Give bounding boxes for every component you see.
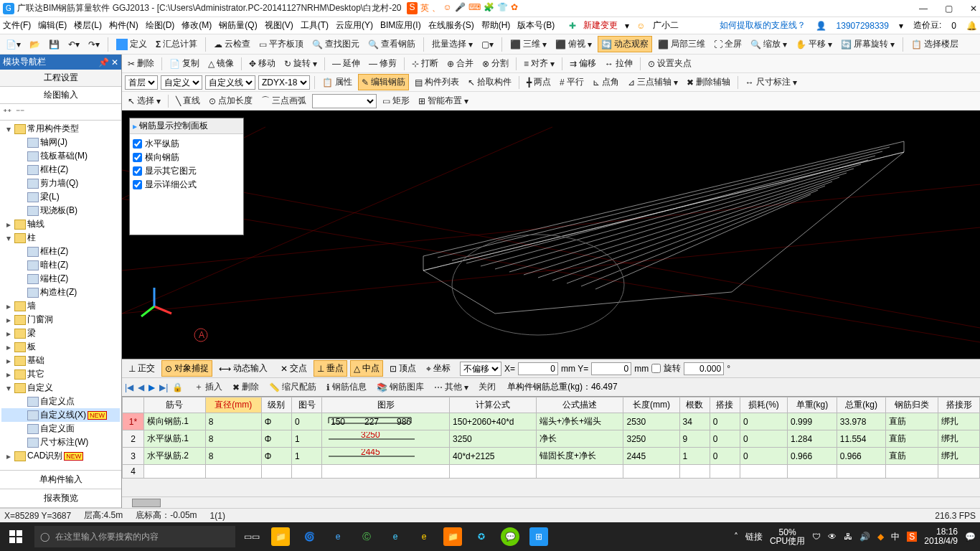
h-scrollbar[interactable]	[122, 496, 980, 508]
undo-button[interactable]: ↶▾	[65, 38, 83, 51]
merge-button[interactable]: ⊕合并	[444, 56, 476, 71]
extend-button[interactable]: —延伸	[329, 56, 363, 71]
trim-button[interactable]: —修剪	[366, 56, 400, 71]
sum-button[interactable]: Σ汇总计算	[153, 37, 200, 52]
ime-emoji[interactable]: ☺	[443, 2, 452, 14]
col-header[interactable]: 搭接形	[938, 397, 980, 413]
col-header[interactable]: 钢筋归类	[886, 397, 938, 413]
tree-node[interactable]: 框柱(Z)	[1, 245, 120, 258]
rotate-button[interactable]: ↻旋转▾	[281, 56, 320, 71]
tree-node[interactable]: 暗柱(Z)	[1, 258, 120, 272]
table-cell[interactable]: 34	[679, 413, 710, 430]
tray-ime[interactable]: S	[907, 532, 917, 542]
table-cell[interactable]	[788, 465, 837, 479]
table-cell[interactable]: 8	[205, 430, 261, 448]
minimize-button[interactable]: —	[919, 4, 928, 14]
new-change-button[interactable]: 新建变更	[583, 19, 618, 32]
table-cell[interactable]: 2530	[623, 413, 679, 430]
table-cell[interactable]	[679, 465, 710, 479]
table-cell[interactable]: 3250	[450, 430, 537, 448]
menu-file[interactable]: 文件(F)	[3, 19, 31, 32]
collapse-all-icon[interactable]: ⁻⁻	[16, 107, 24, 117]
tree-node[interactable]: ▾柱	[1, 231, 120, 245]
table-cell[interactable]: 1	[679, 448, 710, 465]
tree-node[interactable]: ▸基础	[1, 354, 120, 367]
menu-edit[interactable]: 编辑(E)	[38, 19, 67, 32]
table-cell[interactable]	[450, 465, 537, 479]
tree-node[interactable]: 轴网(J)	[1, 136, 120, 149]
app-ggj[interactable]: ⊞	[529, 527, 548, 546]
tree-node[interactable]: 筏板基础(M)	[1, 149, 120, 163]
table-cell[interactable]: 150227986	[322, 413, 450, 430]
break-button[interactable]: ⊹打断	[409, 56, 441, 71]
tree-node[interactable]: ▸CAD识别NEW	[1, 449, 120, 463]
smart-button[interactable]: ⊞智能布置▾	[415, 93, 471, 108]
menu-draw[interactable]: 绘图(D)	[146, 19, 175, 32]
ime-lang[interactable]: 英	[420, 2, 429, 14]
tab-draw-input[interactable]: 绘图输入	[0, 87, 121, 104]
redo-button[interactable]: ↷▾	[85, 38, 103, 51]
menu-modify[interactable]: 修改(M)	[182, 19, 212, 32]
table-cell[interactable]: 净长	[536, 430, 623, 448]
table-cell[interactable]: 0	[710, 430, 740, 448]
ime-more[interactable]: ✿	[511, 2, 518, 14]
tree-node[interactable]: ▸其它	[1, 367, 120, 381]
save-button[interactable]: 💾	[46, 38, 62, 51]
rb-other[interactable]: ⋯其他▾	[431, 380, 471, 395]
table-cell[interactable]: 绑扎	[938, 413, 980, 430]
tree-node[interactable]: 自定义点	[1, 395, 120, 408]
table-cell[interactable]: 0	[292, 413, 322, 430]
split-button[interactable]: ⊗分割	[479, 56, 512, 71]
table-cell[interactable]	[740, 465, 787, 479]
nav-first[interactable]: |◀	[125, 382, 133, 392]
copy-button[interactable]: 📄复制	[166, 56, 202, 71]
table-cell[interactable]: Φ	[261, 448, 291, 465]
row-header[interactable]: 2	[123, 430, 144, 448]
tray-up[interactable]: ˄	[734, 532, 738, 542]
batch-button[interactable]: 批量选择▾	[429, 37, 476, 52]
panel-close-icon[interactable]: ✕	[111, 57, 118, 67]
assistant-button[interactable]: 广小二	[653, 19, 679, 32]
app-folder[interactable]: 📁	[443, 527, 462, 546]
table-cell[interactable]	[886, 465, 938, 479]
rot-check[interactable]	[651, 364, 661, 373]
objsnap-toggle[interactable]: ⊙对象捕捉	[161, 360, 212, 377]
tray-eye[interactable]: 👁	[828, 532, 837, 542]
mirror-button[interactable]: △镜像	[205, 56, 237, 71]
dynamic-button[interactable]: 🔄动态观察	[598, 36, 652, 52]
menu-component[interactable]: 构件(N)	[109, 19, 138, 32]
flat-button[interactable]: ▭平齐板顶	[256, 37, 306, 52]
tab-project-settings[interactable]: 工程设置	[0, 70, 121, 87]
tree-node[interactable]: ▸墙	[1, 299, 120, 313]
tree-node[interactable]: 现浇板(B)	[1, 204, 120, 217]
table-cell[interactable]: 1	[292, 430, 322, 448]
snap-cross[interactable]: ✕交点	[277, 360, 311, 377]
table-cell[interactable]: 端头+净长+端头	[536, 413, 623, 430]
col-header[interactable]: 搭接	[710, 397, 740, 413]
table-cell[interactable]: 33.978	[837, 413, 886, 430]
table-cell[interactable]	[938, 465, 980, 479]
rebar-display-panel[interactable]: ▸ 钢筋显示控制面板 水平纵筋 横向钢筋 显示其它图元 显示详细公式	[129, 118, 244, 235]
table-cell[interactable]: 11.554	[837, 430, 886, 448]
tray-link[interactable]: 链接	[745, 531, 763, 543]
col-header[interactable]: 公式描述	[536, 397, 623, 413]
tree-node[interactable]: 端柱(Z)	[1, 272, 120, 286]
viewport[interactable]: A ▸ 钢筋显示控制面板 水平纵筋 横向钢筋 显示其它图元 显示详细公式	[122, 110, 980, 359]
parallel-button[interactable]: #平行	[557, 75, 587, 90]
table-cell[interactable]: 水平纵筋.2	[144, 448, 206, 465]
app-360[interactable]: Ⓒ	[357, 527, 376, 546]
table-cell[interactable]	[710, 465, 740, 479]
tab-single-input[interactable]: 单构件输入	[0, 471, 121, 489]
screenrotate-button[interactable]: 🔄屏幕旋转▾	[838, 37, 897, 52]
menu-version[interactable]: 版本号(B)	[517, 19, 555, 32]
table-cell[interactable]: Φ	[261, 430, 291, 448]
tree-node[interactable]: 尺寸标注(W)	[1, 435, 120, 449]
align-button[interactable]: ≡对齐▾	[521, 56, 557, 71]
col-header[interactable]: 图号	[292, 397, 322, 413]
topview-button[interactable]: ⬛俯视▾	[552, 37, 595, 52]
table-cell[interactable]: 0	[710, 413, 740, 430]
col-header[interactable]: 根数	[679, 397, 710, 413]
app-spiral[interactable]: 🌀	[300, 527, 319, 546]
table-cell[interactable]: Φ	[261, 413, 291, 430]
table-cell[interactable]: 绑扎	[938, 448, 980, 465]
